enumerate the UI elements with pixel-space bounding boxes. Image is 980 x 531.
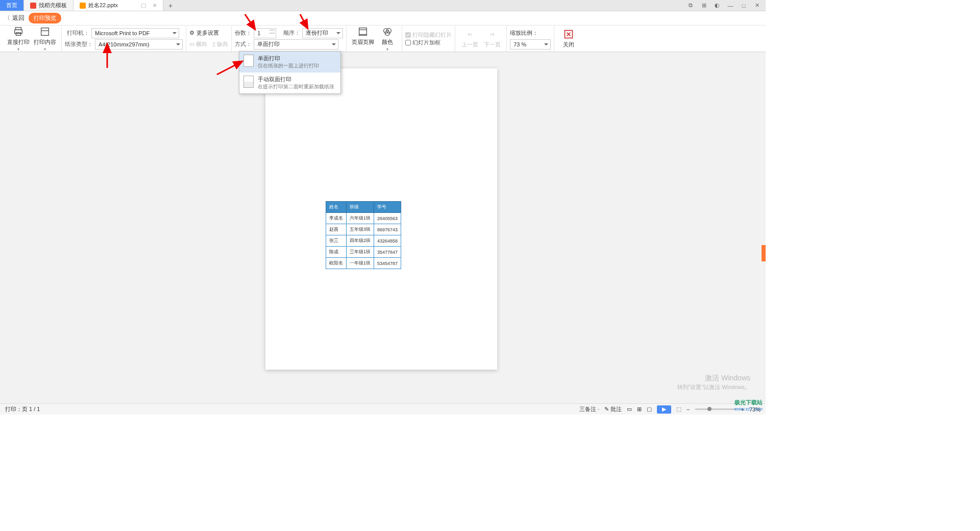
table-cell: 一年级1班 — [347, 258, 374, 269]
watermark-sub: 转到"设置"以激活 Windows。 — [677, 383, 751, 391]
table-cell: 53454787 — [374, 258, 401, 269]
tab-bar: 首页 找稻壳模板 姓名22.pptx ▢ ✕ + ⧉ ⊞ ◐ — □ ✕ — [0, 0, 766, 11]
view-sorter-icon[interactable]: ⊞ — [637, 406, 642, 413]
close-x-icon — [563, 29, 574, 40]
printer-label: 打印机： — [65, 29, 89, 37]
preview-page: 姓名班级学号 李成名六年级1班28405563赵昌五年级3班86976743张三… — [265, 68, 497, 370]
chk-hidden-slides: 打印隐藏幻灯片 — [405, 31, 452, 39]
grid-icon[interactable]: ⊞ — [699, 1, 708, 10]
skin-icon[interactable]: ◐ — [713, 1, 722, 10]
win-close-icon[interactable]: ✕ — [752, 1, 762, 10]
arrow-left-icon: ⇦ — [464, 29, 475, 40]
header-footer-icon — [357, 26, 369, 37]
back-button[interactable]: 〈 返回 — [4, 14, 24, 22]
portrait-button: ▯ 纵向 — [212, 40, 228, 48]
more-settings-button[interactable]: ⚙ 更多设置 — [189, 28, 228, 39]
printer-icon — [13, 26, 24, 37]
table-cell: 六年级1班 — [347, 213, 374, 224]
color-icon — [382, 26, 393, 37]
next-page-button: ⇨ 下一页 — [481, 28, 503, 50]
minimize-icon[interactable]: — — [726, 1, 735, 10]
header-footer-button[interactable]: 页眉页脚 — [350, 25, 376, 53]
content-icon — [39, 26, 51, 37]
status-notes[interactable]: 三备注 · — [579, 405, 599, 413]
status-bar: 打印：页 1 / 1 三备注 · ✎ 批注 ▭ ⊞ ▢ ▶ ⬚ − + 73% — [0, 403, 766, 415]
slideshow-icon[interactable]: ▢ — [141, 2, 146, 9]
duplex-icon — [243, 76, 254, 88]
tab-template[interactable]: 找稻壳模板 — [24, 0, 74, 11]
status-page-info: 打印：页 1 / 1 — [5, 405, 40, 413]
table-cell: 35477847 — [374, 247, 401, 258]
status-comments[interactable]: ✎ 批注 — [604, 405, 622, 413]
layout-icon[interactable]: ⧉ — [686, 1, 695, 10]
mode-label: 方式： — [235, 40, 252, 48]
watermark-title: 激活 Windows — [705, 374, 750, 383]
table-row: 欧阳名一年级1班53454787 — [326, 258, 401, 269]
tab-file-active[interactable]: 姓名22.pptx ▢ ✕ — [74, 0, 163, 11]
color-button[interactable]: 颜色▾ — [376, 25, 399, 53]
table-header: 学号 — [374, 202, 401, 213]
print-preview-pill[interactable]: 打印预览 — [29, 13, 61, 23]
copies-spinner[interactable]: 1 — [254, 28, 276, 38]
table-row: 张三四年级2班43264858 — [326, 235, 401, 247]
single-side-icon — [243, 55, 254, 67]
zoom-label: 缩放比例： — [510, 29, 538, 37]
zoom-out-icon[interactable]: − — [687, 406, 690, 413]
mode-dropdown[interactable]: 单面打印 — [254, 39, 338, 50]
chevron-left-icon: 〈 — [4, 14, 10, 22]
svg-rect-3 — [41, 28, 49, 35]
chk-slide-frame[interactable]: 幻灯片加框 — [405, 39, 452, 46]
zoom-slider[interactable] — [695, 408, 736, 410]
table-cell: 赵昌 — [326, 224, 347, 235]
zoom-dropdown[interactable]: 73 % — [510, 39, 551, 50]
print-content-button[interactable]: 打印内容▾ — [32, 25, 58, 53]
mode-option-single[interactable]: 单面打印 仅在纸张的一面上进行打印 — [239, 52, 340, 73]
ppt-icon — [80, 3, 86, 9]
order-dropdown[interactable]: 逐份打印 — [302, 28, 343, 38]
tab-home[interactable]: 首页 — [0, 0, 24, 11]
play-button[interactable]: ▶ — [657, 405, 671, 414]
view-normal-icon[interactable]: ▭ — [627, 406, 632, 413]
gear-icon: ⚙ — [189, 30, 194, 36]
ribbon-toolbar: 直接打印▾ 打印内容▾ 打印机： Microsoft Print to PDF … — [0, 26, 766, 52]
table-row: 赵昌五年级3班86976743 — [326, 224, 401, 235]
table-header: 姓名 — [326, 202, 347, 213]
table-cell: 三年级1班 — [347, 247, 374, 258]
fit-icon[interactable]: ⬚ — [676, 406, 681, 413]
mode-dropdown-popup: 单面打印 仅在纸张的一面上进行打印 手动双面打印 在提示打印第二面时重新加载纸张 — [239, 51, 341, 94]
table-row: 李成名六年级1班28405563 — [326, 213, 401, 224]
order-label: 顺序： — [283, 29, 300, 37]
table-cell: 陈成 — [326, 247, 347, 258]
data-table: 姓名班级学号 李成名六年级1班28405563赵昌五年级3班86976743张三… — [326, 201, 401, 269]
site-watermark: 极光下载站 www.xz7.com — [734, 399, 763, 412]
table-row: 陈成三年级1班35477847 — [326, 247, 401, 258]
table-cell: 李成名 — [326, 213, 347, 224]
landscape-button: ▭ 横向 — [189, 40, 207, 48]
arrow-right-icon: ⇨ — [486, 29, 498, 40]
svg-rect-2 — [16, 32, 20, 35]
svg-rect-0 — [16, 27, 21, 30]
template-icon — [30, 3, 36, 9]
table-cell: 四年级2班 — [347, 235, 374, 247]
maximize-icon[interactable]: □ — [739, 1, 748, 10]
view-reading-icon[interactable]: ▢ — [647, 406, 652, 413]
printer-dropdown[interactable]: Microsoft Print to PDF — [91, 28, 179, 38]
paper-dropdown[interactable]: A4(210mmx297mm) — [95, 39, 183, 50]
table-cell: 28405563 — [374, 213, 401, 224]
close-button[interactable]: 关闭 — [557, 28, 580, 50]
table-header: 班级 — [347, 202, 374, 213]
tab-add[interactable]: + — [163, 0, 178, 11]
prev-page-button: ⇦ 上一页 — [458, 28, 481, 50]
side-tab[interactable] — [762, 245, 766, 261]
table-cell: 43264858 — [374, 235, 401, 247]
table-cell: 欧阳名 — [326, 258, 347, 269]
sub-header: 〈 返回 打印预览 — [0, 11, 766, 26]
mode-option-duplex[interactable]: 手动双面打印 在提示打印第二面时重新加载纸张 — [239, 73, 340, 93]
direct-print-button[interactable]: 直接打印▾ — [5, 25, 32, 53]
table-cell: 张三 — [326, 235, 347, 247]
table-cell: 五年级3班 — [347, 224, 374, 235]
copies-label: 份数： — [235, 29, 252, 37]
close-icon[interactable]: ✕ — [153, 3, 157, 8]
paper-label: 纸张类型： — [65, 40, 93, 48]
canvas-area: 姓名班级学号 李成名六年级1班28405563赵昌五年级3班86976743张三… — [0, 52, 766, 403]
